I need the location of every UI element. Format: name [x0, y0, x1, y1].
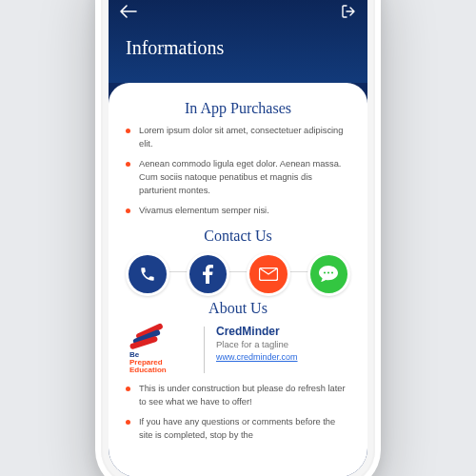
- list-item: This is under construction but please do…: [126, 383, 350, 409]
- logout-button[interactable]: [341, 4, 356, 19]
- sms-icon: [319, 266, 338, 283]
- logo-line3: Education: [129, 366, 167, 374]
- contact-row: [126, 252, 350, 296]
- back-button[interactable]: [120, 5, 137, 18]
- email-icon: [259, 268, 278, 281]
- brand-name: CredMinder: [216, 325, 347, 338]
- list-item: Lorem ipsum dolor sit amet, consectetuer…: [126, 125, 350, 151]
- phone-icon: [139, 266, 156, 283]
- header: 9:41 Informations: [109, 0, 367, 83]
- brand-logo: Be Prepared Education: [129, 325, 192, 375]
- contact-phone-button[interactable]: [126, 252, 169, 296]
- contact-email-button[interactable]: [247, 252, 290, 296]
- back-arrow-icon: [120, 5, 137, 18]
- screen: 9:41 Informations: [109, 0, 367, 476]
- vertical-divider: [204, 327, 205, 373]
- list-item: Aenean commodo ligula eget dolor. Aenean…: [126, 158, 350, 198]
- contact-sms-button[interactable]: [307, 252, 351, 296]
- facebook-icon: [203, 265, 213, 284]
- list-item: Vivamus elementum semper nisi.: [126, 205, 350, 218]
- svg-point-8: [324, 271, 326, 273]
- logout-icon: [341, 4, 356, 19]
- iap-list: Lorem ipsum dolor sit amet, consectetuer…: [126, 125, 350, 218]
- about-row: Be Prepared Education CredMinder Place f…: [126, 325, 350, 375]
- iap-heading: In App Purchases: [126, 100, 350, 117]
- about-list: This is under construction but please do…: [126, 383, 350, 443]
- wings-icon: [129, 328, 187, 349]
- about-heading: About Us: [126, 300, 350, 317]
- svg-point-10: [331, 271, 333, 273]
- list-item: If you have any questions or comments be…: [126, 416, 350, 443]
- brand-url-link[interactable]: www.credminder.com: [216, 352, 298, 362]
- content-card: In App Purchases Lorem ipsum dolor sit a…: [109, 83, 367, 476]
- page-title: Informations: [109, 24, 367, 59]
- svg-point-9: [327, 271, 329, 273]
- phone-frame: 9:41 Informations: [95, 0, 381, 476]
- contact-facebook-button[interactable]: [187, 252, 230, 296]
- brand-tagline: Place for a tagline: [216, 339, 347, 349]
- contact-heading: Contact Us: [126, 228, 350, 245]
